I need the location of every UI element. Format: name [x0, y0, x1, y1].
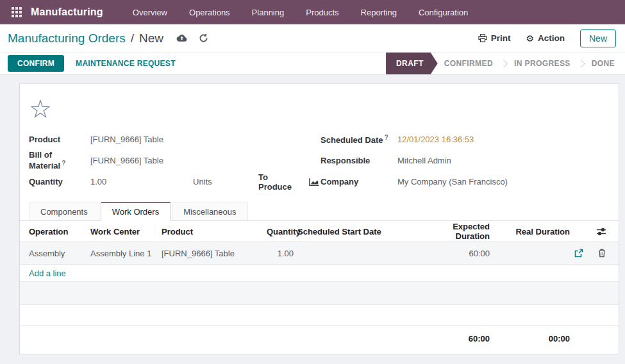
field-product: Product [FURN_9666] Table: [29, 129, 319, 150]
menu-item-planning[interactable]: Planning: [252, 8, 285, 17]
breadcrumb-current: New: [139, 31, 163, 46]
state-done[interactable]: DONE: [592, 53, 619, 74]
delete-trash-icon[interactable]: [598, 249, 606, 258]
save-cloud-icon[interactable]: [176, 34, 187, 42]
open-record-external-link-icon[interactable]: [574, 249, 583, 258]
col-operation[interactable]: Operation: [20, 227, 90, 236]
bom-value[interactable]: [FURN_9666] Table: [90, 156, 193, 165]
cell-quantity[interactable]: 1.00: [267, 249, 296, 258]
help-icon[interactable]: ?: [385, 134, 388, 141]
empty-row: [20, 305, 619, 326]
empty-row: [20, 282, 619, 305]
field-scheduled-date: Scheduled Date? 12/01/2023 16:36:53: [321, 129, 619, 150]
control-panel: Manufacturing Orders / New: [0, 24, 625, 53]
chevron-separator-icon: [577, 60, 585, 68]
menu-item-reporting[interactable]: Reporting: [361, 8, 397, 17]
top-navbar: Manufacturing Overview Operations Planni…: [0, 0, 625, 24]
state-draft[interactable]: DRAFT: [386, 53, 438, 74]
field-label: Company: [321, 177, 397, 186]
work-orders-list: Operation Work Center Product Quantity S…: [20, 221, 619, 351]
forecast-chart-icon: [309, 178, 319, 186]
favorite-star-icon[interactable]: ☆: [29, 97, 52, 121]
tab-miscellaneous[interactable]: Miscellaneous: [172, 203, 247, 220]
tab-work-orders[interactable]: Work Orders: [101, 202, 171, 221]
field-groups: Product [FURN_9666] Table Bill of Materi…: [20, 129, 619, 192]
field-bill-of-material: Bill of Material? [FURN_9666] Table: [29, 150, 319, 171]
cell-operation[interactable]: Assembly: [20, 249, 90, 258]
menu-item-products[interactable]: Products: [306, 8, 338, 17]
cell-product[interactable]: [FURN_9666] Table: [162, 249, 267, 258]
maintenance-request-button[interactable]: MAINTENANCE REQUEST: [76, 59, 176, 68]
col-expected-duration[interactable]: Expected Duration: [420, 222, 494, 241]
col-scheduled-start[interactable]: Scheduled Start Date: [296, 227, 420, 236]
scheduled-date-value[interactable]: 12/01/2023 16:36:53: [397, 135, 474, 144]
menu-item-configuration[interactable]: Configuration: [419, 8, 468, 17]
confirm-button[interactable]: CONFIRM: [8, 55, 64, 72]
quantity-value[interactable]: 1.00: [90, 177, 193, 186]
gear-icon: ⚙: [526, 34, 534, 43]
cell-work-center[interactable]: Assembly Line 1: [90, 249, 162, 258]
notebook-tabs: Components Work Orders Miscellaneous: [20, 201, 619, 221]
field-quantity: Quantity 1.00 Units To Produce: [29, 171, 319, 192]
state-confirmed[interactable]: CONFIRMED: [444, 53, 493, 74]
chevron-separator-icon: [499, 60, 508, 68]
new-button[interactable]: New: [580, 29, 616, 47]
optional-columns-icon[interactable]: [597, 228, 606, 236]
col-quantity[interactable]: Quantity: [267, 227, 296, 236]
field-company: Company My Company (San Francisco): [321, 171, 619, 192]
help-icon[interactable]: ?: [62, 160, 65, 167]
list-header: Operation Work Center Product Quantity S…: [20, 221, 619, 242]
field-label: Quantity: [29, 177, 90, 186]
breadcrumb-separator: /: [131, 31, 134, 46]
responsible-value[interactable]: Mitchell Admin: [397, 156, 451, 165]
statusbar-row: CONFIRM MAINTENANCE REQUEST DRAFT CONFIR…: [0, 53, 625, 75]
add-line-row: Add a line: [20, 265, 619, 282]
product-value[interactable]: [FURN_9666] Table: [90, 135, 193, 144]
breadcrumb-parent-link[interactable]: Manufacturing Orders: [8, 31, 126, 46]
real-duration-total: 00:00: [494, 334, 574, 343]
field-label: Responsible: [321, 156, 397, 165]
field-label: Scheduled Date?: [321, 134, 397, 145]
app-title[interactable]: Manufacturing: [31, 6, 103, 18]
control-panel-actions: Print ⚙ Action New: [478, 29, 616, 47]
add-a-line-link[interactable]: Add a line: [20, 269, 66, 278]
col-product[interactable]: Product: [162, 227, 267, 236]
col-work-center[interactable]: Work Center: [90, 227, 162, 236]
main-menu: Overview Operations Planning Products Re…: [133, 6, 468, 18]
expected-duration-total: 60:00: [420, 334, 494, 343]
menu-item-operations[interactable]: Operations: [189, 8, 230, 17]
apps-grid-icon[interactable]: [10, 6, 23, 19]
cell-expected-duration[interactable]: 60:00: [420, 249, 494, 258]
col-real-duration[interactable]: Real Duration: [494, 227, 574, 236]
to-produce-button[interactable]: To Produce: [258, 172, 319, 192]
uom-value[interactable]: Units: [193, 177, 258, 186]
menu-item-overview[interactable]: Overview: [133, 8, 167, 17]
tab-components[interactable]: Components: [29, 203, 99, 220]
state-in-progress[interactable]: IN PROGRESS: [514, 53, 571, 74]
print-button[interactable]: Print: [478, 33, 511, 43]
discard-undo-icon[interactable]: [199, 33, 208, 43]
breadcrumb: Manufacturing Orders / New: [8, 31, 208, 46]
field-responsible: Responsible Mitchell Admin: [321, 150, 619, 171]
field-label: Bill of Material?: [29, 150, 90, 170]
list-footer-totals: 60:00 00:00: [20, 326, 619, 351]
field-label: Product: [29, 135, 90, 144]
work-order-row[interactable]: Assembly Assembly Line 1 [FURN_9666] Tab…: [20, 242, 619, 265]
action-menu-button[interactable]: ⚙ Action: [526, 33, 565, 43]
company-value[interactable]: My Company (San Francisco): [397, 177, 508, 186]
printer-icon: [478, 34, 487, 42]
form-sheet: ☆ Product [FURN_9666] Table Bill of Mate…: [19, 83, 619, 354]
form-page: ☆ Product [FURN_9666] Table Bill of Mate…: [0, 75, 625, 364]
status-pipeline: DRAFT CONFIRMED IN PROGRESS DONE: [386, 53, 619, 74]
